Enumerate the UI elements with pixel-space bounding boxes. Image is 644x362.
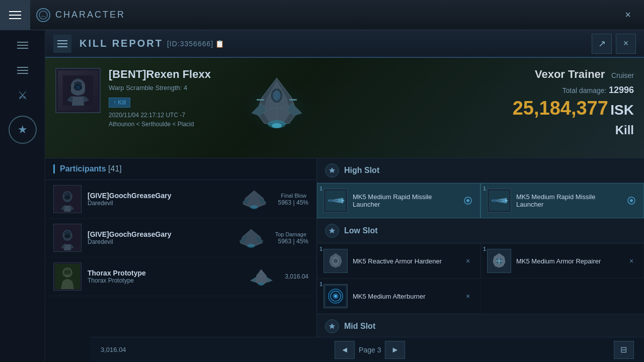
svg-point-5 — [75, 85, 80, 89]
svg-point-28 — [64, 269, 71, 276]
kill-report-title: KILL REPORT — [79, 38, 163, 49]
ship-type: Vexor Trainer — [535, 68, 605, 80]
participant-3-stats: 3,016.04 — [285, 273, 308, 280]
high-slot-icon — [325, 163, 339, 177]
ship-svg — [226, 68, 327, 148]
high-slot-item-1[interactable]: 1 MK5 Medium Rapid Missile Launcher — [317, 183, 480, 218]
isk-line: 25,184,377 ISK — [513, 98, 634, 119]
svg-point-25 — [247, 244, 255, 248]
participant-2-stats: Top Damage 5963 | 45% — [275, 231, 308, 245]
bottom-bar: 3,016.04 ◄ Page 3 ► ⊟ — [91, 337, 644, 362]
external-link-button[interactable]: ↗ — [592, 34, 612, 54]
avatar-placeholder — [58, 70, 98, 111]
low-slot-item-3[interactable]: 1 MK5 Medium Afterburner — [317, 279, 480, 314]
participant-3-name: Thorax Prototype — [88, 269, 237, 277]
close-report-button[interactable]: × — [616, 34, 636, 54]
participant-1-label: Final Blow — [278, 192, 308, 199]
participant-1-ship: Daredevil — [88, 200, 230, 207]
svg-point-44 — [333, 258, 338, 263]
participant-3-ship: Thorax Prototype — [88, 277, 237, 284]
kill-report-menu-button[interactable] — [53, 35, 71, 53]
participant-1-name: [GIVE]GoochGreaseGary — [88, 192, 230, 200]
low-slot-3-action[interactable]: × — [462, 290, 474, 302]
high-slot-1-name: MK5 Medium Rapid Missile Launcher — [353, 193, 457, 208]
mid-slot-header: Mid Slot — [317, 314, 644, 339]
sidebar-combat-button[interactable]: ⚔ — [13, 85, 33, 106]
low-slot-1-name: MK5 Reactive Armor Hardener — [353, 257, 457, 265]
sidebar-lines-button[interactable] — [9, 60, 37, 80]
prev-page-button[interactable]: ◄ — [335, 341, 355, 359]
high-slot-item-2[interactable]: 1 MK5 Medium Rapid Missile Launcher — [480, 183, 644, 218]
participants-header: Participants [41] — [45, 158, 316, 180]
isk-bottom-value: 3,016.04 — [101, 346, 126, 353]
low-slot-2-icon — [487, 249, 511, 273]
low-slot-2-action[interactable]: × — [625, 255, 637, 267]
hamburger-button[interactable] — [0, 0, 30, 30]
svg-point-42 — [630, 199, 633, 202]
high-slot-1-icon — [324, 189, 348, 213]
high-slot-1-action[interactable] — [462, 195, 474, 207]
close-icon: × — [623, 38, 629, 49]
low-slot-2-name: MK5 Medium Armor Repairer — [516, 257, 620, 265]
victim-avatar — [55, 68, 101, 113]
svg-point-8 — [272, 123, 282, 128]
next-page-button[interactable]: ► — [385, 341, 405, 359]
filter-button[interactable]: ⊟ — [614, 341, 634, 359]
low-slot-section: Low Slot 1 MK5 Reactive — [317, 219, 644, 314]
kill-badge: ↑ Kill — [109, 98, 130, 108]
participant-3-ship-img — [244, 264, 279, 289]
low-slot-icon — [325, 224, 339, 238]
participant-2-details: [GIVE]GoochGreaseGary Daredevil — [88, 230, 228, 245]
participants-panel: Participants [41] — [45, 158, 317, 362]
isk-label: ISK — [610, 102, 634, 118]
low-slot-item-1[interactable]: 1 MK5 Reactive Armor Hardener × — [317, 243, 480, 279]
svg-point-29 — [65, 271, 67, 274]
mid-slot-title: Mid Slot — [344, 322, 375, 331]
slot-item-num: 1 — [319, 281, 323, 287]
kill-report-actions: ↗ × — [592, 34, 636, 54]
high-slot-2-action[interactable] — [625, 195, 637, 207]
left-sidebar: ⚔ ★ — [0, 30, 45, 362]
high-slot-items: 1 MK5 Medium Rapid Missile Launcher — [317, 183, 644, 218]
top-bar: CHARACTER × — [0, 0, 644, 30]
svg-point-24 — [64, 234, 70, 238]
participant-3-details: Thorax Prototype Thorax Prototype — [88, 269, 237, 284]
kill-badge-text: ↑ Kill — [113, 99, 126, 106]
menu-icon — [17, 42, 28, 49]
slot-item-num: 1 — [483, 246, 486, 252]
svg-point-0 — [39, 11, 47, 19]
ship-class: Cruiser — [611, 71, 634, 79]
separator-bar — [53, 164, 55, 173]
external-link-icon: ↗ — [598, 38, 606, 49]
participant-item[interactable]: [GIVE]GoochGreaseGary Daredevil Top Dama… — [45, 219, 316, 257]
fit-panel: High Slot 1 — [317, 158, 644, 362]
participant-item[interactable]: Thorax Prototype Thorax Prototype 3,016.… — [45, 257, 316, 296]
low-slot-item-2[interactable]: 1 MK5 Medium Armor Repairer × — [480, 243, 644, 279]
low-slot-title: Low Slot — [344, 226, 378, 235]
sidebar-menu-button[interactable] — [9, 35, 37, 55]
low-slot-1-action[interactable]: × — [462, 255, 474, 267]
slot-item-num: 1 — [319, 246, 323, 252]
top-bar-close-button[interactable]: × — [620, 7, 636, 23]
participant-2-label: Top Damage — [275, 231, 308, 238]
high-slot-2-name: MK5 Medium Rapid Missile Launcher — [516, 193, 620, 208]
participant-2-ship: Daredevil — [88, 238, 228, 245]
participants-count: [41] — [108, 164, 122, 173]
star-icon: ★ — [18, 123, 28, 136]
participant-2-avatar — [53, 224, 82, 252]
low-slot-header: Low Slot — [317, 219, 644, 243]
participant-1-details: [GIVE]GoochGreaseGary Daredevil — [88, 192, 230, 207]
top-bar-title: CHARACTER — [55, 10, 125, 20]
participant-item[interactable]: [GIVE]GoochGreaseGary Daredevil Final Bl… — [45, 180, 316, 219]
ship-image — [221, 63, 332, 153]
low-slot-3-icon — [324, 284, 348, 308]
svg-point-20 — [250, 205, 258, 209]
participants-title: Participants — [60, 164, 106, 173]
svg-rect-14 — [257, 99, 264, 101]
sidebar-star-button[interactable]: ★ — [9, 116, 37, 144]
slot-item-num: 1 — [319, 186, 323, 192]
high-slot-section: High Slot 1 — [317, 158, 644, 219]
bottom-section: Participants [41] — [45, 158, 644, 362]
svg-point-54 — [335, 295, 337, 297]
swords-icon: ⚔ — [18, 89, 28, 102]
